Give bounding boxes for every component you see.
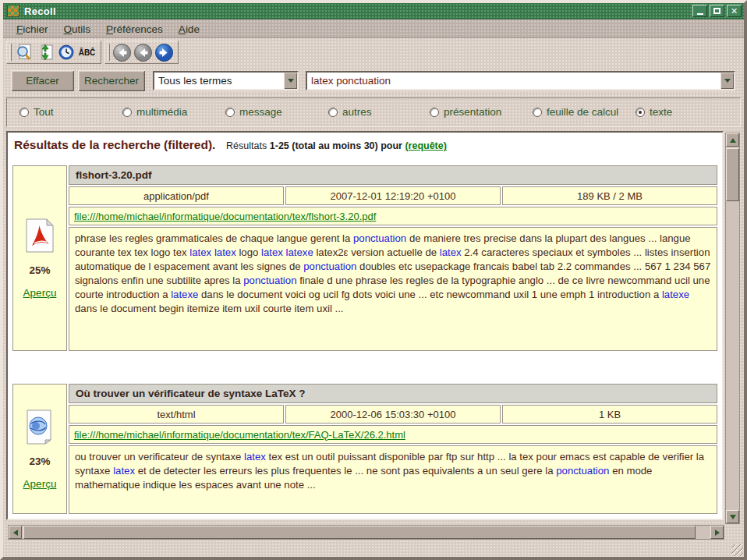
chevron-down-icon xyxy=(288,79,294,83)
update-index-button[interactable] xyxy=(34,42,55,62)
maximize-button[interactable] xyxy=(710,5,724,17)
date-cell: 2007-12-01 12:19:20 +0100 xyxy=(285,186,501,205)
result-url-row: file:///home/michael/informatique/docume… xyxy=(69,425,717,444)
date-cell: 2000-12-06 15:03:30 +0100 xyxy=(285,405,501,424)
menu-preferences[interactable]: Préférences xyxy=(99,22,170,37)
result-card: 23% Aperçu Où trouver un vérificateur de… xyxy=(12,384,717,514)
query-link[interactable]: (requête) xyxy=(405,140,446,151)
arrow-right-icon xyxy=(715,530,720,536)
history-button[interactable] xyxy=(55,42,76,62)
radio-icon xyxy=(328,108,338,117)
radio-icon xyxy=(430,108,439,117)
chevron-down-icon xyxy=(724,79,731,83)
recoll-app-icon xyxy=(7,5,19,17)
menu-outils[interactable]: Outils xyxy=(57,22,98,37)
menu-fichier[interactable]: Fichier xyxy=(9,22,55,37)
snippet-text: ou trouver un verificateur de syntaxe la… xyxy=(69,445,717,514)
preview-link[interactable]: Aperçu xyxy=(23,478,57,490)
relevance-percent: 25% xyxy=(29,264,50,276)
toolbar-group-nav xyxy=(104,41,179,64)
pdf-document-icon xyxy=(24,218,55,253)
arrow-up-icon xyxy=(730,138,736,143)
radio-icon xyxy=(19,108,29,117)
mime-type-cell: application/pdf xyxy=(69,186,284,205)
snippet-text: phrase les regles grammaticales de chaqu… xyxy=(69,227,717,351)
toolbar-group-tools: ÂBĈ xyxy=(6,41,101,64)
result-detail-table: flshort-3.20.pdf application/pdf 2007-12… xyxy=(69,165,717,351)
scroll-left-button[interactable] xyxy=(9,526,22,539)
window-title: Recoll xyxy=(24,5,56,17)
radio-icon xyxy=(122,108,132,117)
result-meta-row: text/html 2000-12-06 15:03:30 +0100 1 KB xyxy=(69,405,717,424)
clear-button[interactable]: Effacer xyxy=(11,70,74,91)
scroll-right-button[interactable] xyxy=(710,526,724,539)
search-mode-combobox[interactable]: Tous les termes xyxy=(153,71,299,90)
search-button[interactable]: Rechercher xyxy=(78,70,145,91)
results-count-prefix: Résultats xyxy=(226,140,267,151)
menu-bar: Fichier Outils Préférences Aide xyxy=(3,20,744,38)
filter-radio-feuille-de-calcul[interactable]: feuille de calcul xyxy=(533,106,618,118)
recoll-window: Recoll ✕ Fichier Outils Préférences Aide xyxy=(0,0,747,560)
search-mode-dropdown-button[interactable] xyxy=(284,73,297,89)
vertical-scrollbar[interactable] xyxy=(725,133,740,524)
radio-icon xyxy=(635,108,645,117)
filter-radio-autres[interactable]: autres xyxy=(328,106,372,118)
menu-aide[interactable]: Aide xyxy=(172,22,207,37)
result-title: Où trouver un vérificateur de syntaxe La… xyxy=(69,384,717,403)
first-page-button[interactable] xyxy=(112,42,133,63)
preview-link[interactable]: Aperçu xyxy=(23,287,57,299)
title-bar[interactable]: Recoll ✕ xyxy=(3,3,744,19)
filter-radio-message[interactable]: message xyxy=(225,106,282,118)
close-icon: ✕ xyxy=(731,7,738,16)
size-cell: 1 KB xyxy=(502,405,717,424)
toolbar-grip[interactable] xyxy=(108,44,110,61)
previous-page-button[interactable] xyxy=(133,42,154,63)
update-index-icon xyxy=(36,43,55,62)
mime-type-cell: text/html xyxy=(69,405,284,424)
result-detail-table: Où trouver un vérificateur de syntaxe La… xyxy=(69,384,717,514)
filter-radio-presentation[interactable]: présentation xyxy=(430,106,501,118)
maximize-icon xyxy=(713,8,720,14)
relevance-percent: 23% xyxy=(29,455,50,467)
results-pane: Résultats de la recherche (filtered). Ré… xyxy=(6,131,724,520)
result-meta-row: application/pdf 2007-12-01 12:19:20 +010… xyxy=(69,186,717,205)
filter-radio-tout[interactable]: Tout xyxy=(19,106,54,118)
history-clock-icon xyxy=(57,43,76,62)
previous-page-icon xyxy=(133,43,153,62)
html-document-icon xyxy=(24,409,55,445)
document-search-icon xyxy=(15,43,34,62)
next-page-button[interactable] xyxy=(154,42,175,63)
horizontal-scrollbar-thumb[interactable] xyxy=(23,526,696,539)
document-search-button[interactable] xyxy=(13,42,34,62)
results-header: Résultats de la recherche (filtered). Ré… xyxy=(14,138,447,152)
file-url-link[interactable]: file:///home/michael/informatique/docume… xyxy=(74,211,376,222)
close-button[interactable]: ✕ xyxy=(727,5,742,17)
scroll-down-button[interactable] xyxy=(726,510,739,523)
result-side-column: 25% Aperçu xyxy=(12,165,67,351)
results-title: Résultats de la recherche (filtered). xyxy=(14,138,215,151)
vertical-scrollbar-thumb[interactable] xyxy=(726,148,739,201)
search-query-combobox xyxy=(306,71,735,90)
radio-icon xyxy=(533,108,542,117)
arrow-left-icon xyxy=(13,530,18,536)
horizontal-scrollbar[interactable] xyxy=(8,525,724,540)
result-title: flshort-3.20.pdf xyxy=(69,165,717,185)
filter-radio-texte[interactable]: texte xyxy=(635,106,672,118)
file-url-link[interactable]: file:///home/michael/informatique/docume… xyxy=(74,429,405,441)
minimize-icon xyxy=(697,13,703,15)
size-cell: 189 KB / 2 MB xyxy=(502,186,717,205)
search-input[interactable] xyxy=(307,73,720,89)
result-card: 25% Aperçu flshort-3.20.pdf application/… xyxy=(12,165,717,351)
results-count-range: 1-25 (total au moins 30) pour xyxy=(270,140,405,151)
arrow-down-icon xyxy=(730,515,736,519)
scroll-up-button[interactable] xyxy=(726,133,739,147)
window-resize-grip[interactable] xyxy=(731,544,743,556)
toolbar: ÂBĈ xyxy=(3,39,744,66)
toolbar-grip[interactable] xyxy=(9,44,12,61)
filter-radio-multimedia[interactable]: multimédia xyxy=(122,106,187,118)
minimize-button[interactable] xyxy=(692,5,707,17)
radio-icon xyxy=(225,108,235,117)
result-side-column: 23% Aperçu xyxy=(12,384,67,514)
term-explorer-button[interactable]: ÂBĈ xyxy=(76,42,97,62)
search-history-dropdown-button[interactable] xyxy=(720,73,734,89)
